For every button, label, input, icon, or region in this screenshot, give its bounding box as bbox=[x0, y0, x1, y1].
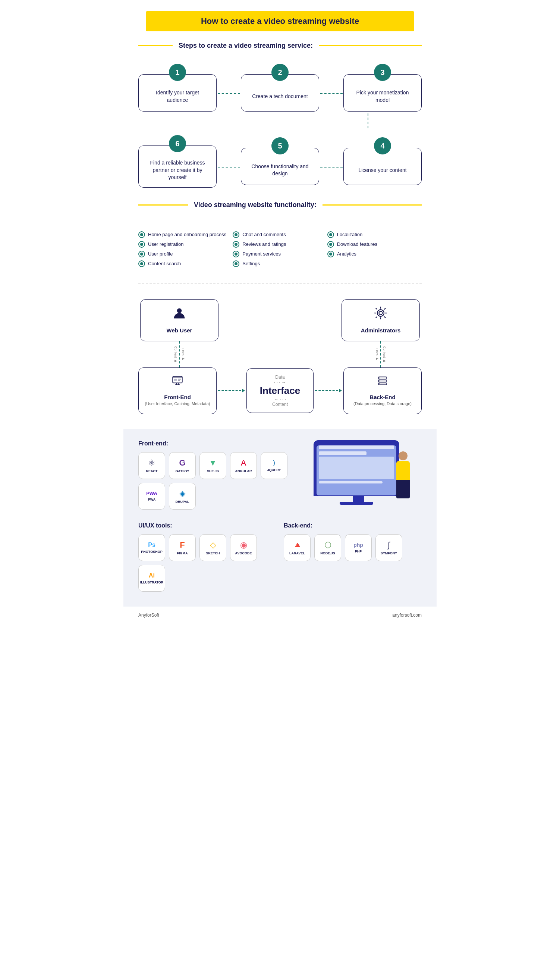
step-6-number: 6 bbox=[169, 135, 186, 152]
angular-label: ANGULAR bbox=[235, 469, 252, 473]
step-3-number: 3 bbox=[374, 64, 391, 81]
backend-sub-label: (Data processing, Data storage) bbox=[353, 401, 412, 407]
func-col-1: Home page and onboarding process User re… bbox=[138, 230, 233, 269]
func-dot-2-1 bbox=[233, 231, 239, 238]
func-col-2: Chat and comments Reviews and ratings Pa… bbox=[233, 230, 327, 269]
step-connector-2-3 bbox=[320, 93, 343, 94]
illustrator-icon: Ai bbox=[149, 572, 155, 579]
section-divider-func: Video streaming website functionality: bbox=[138, 201, 422, 209]
tech-icon-symfony: ∫ SYMFONY bbox=[375, 534, 402, 561]
avocode-icon: ◉ bbox=[240, 540, 247, 550]
laravel-label: LARAVEL bbox=[289, 551, 305, 555]
arch-row-2: Front-End (User Interface, Caching, Meta… bbox=[138, 367, 422, 414]
tech-icon-angular: A ANGULAR bbox=[230, 452, 257, 479]
backend-tech-title: Back-end: bbox=[284, 522, 422, 529]
monitor-bar-2 bbox=[319, 451, 367, 455]
svg-point-16 bbox=[380, 381, 380, 381]
vert-line-right bbox=[380, 341, 381, 367]
tech-icon-drupal: ◈ DRUPAL bbox=[169, 483, 196, 509]
symfony-label: SYMFONY bbox=[381, 551, 397, 555]
func-item-1-2: User registration bbox=[138, 239, 233, 249]
arch-col-right-top: Administrators bbox=[340, 299, 422, 341]
func-item-2-1: Chat and comments bbox=[233, 230, 327, 239]
arch-vert-connectors: Content ▶ Data ▶ Data ▶ Content ▶ bbox=[138, 341, 422, 367]
sketch-label: SKETCH bbox=[206, 551, 220, 555]
step-2-number: 2 bbox=[272, 64, 288, 81]
divider-line-right bbox=[319, 45, 422, 46]
administrators-box: Administrators bbox=[342, 299, 420, 341]
horiz-conn-left bbox=[217, 389, 247, 392]
interface-main-label: Interface bbox=[260, 385, 300, 397]
uiux-title: UI/UX tools: bbox=[138, 522, 276, 529]
backend-icon bbox=[377, 374, 388, 390]
drupal-label: DRUPAL bbox=[176, 500, 189, 504]
tech-icon-laravel: 🔺 LARAVEL bbox=[284, 534, 310, 561]
vuejs-icon: ▼ bbox=[209, 458, 217, 468]
content-vert-label-r: Content ▶ bbox=[383, 346, 386, 362]
step-connector-1-2 bbox=[218, 93, 240, 94]
drupal-icon: ◈ bbox=[179, 489, 186, 498]
react-icon: ⚛ bbox=[148, 458, 155, 468]
tech-icon-gatsby: G GATSBY bbox=[169, 452, 196, 479]
pwa-icon: PWA bbox=[146, 491, 157, 496]
footer-right: anyforsoft.com bbox=[392, 613, 422, 618]
tech-monitor-col bbox=[302, 440, 422, 515]
functionality-section: Home page and onboarding process User re… bbox=[123, 216, 437, 276]
frontend-label: Front-End bbox=[164, 393, 191, 401]
func-dot-1-2 bbox=[138, 241, 145, 248]
svg-point-0 bbox=[177, 308, 182, 313]
step-2: 2 Create a tech document bbox=[241, 57, 319, 112]
step-3: 3 Pick your monetization model bbox=[343, 57, 422, 112]
steps-row-1: 1 Identify your target audience 2 Create… bbox=[138, 57, 422, 112]
interface-content-label: Content bbox=[272, 402, 288, 407]
monitor-content-area bbox=[319, 457, 394, 479]
arch-row-1: Web User Administrators bbox=[138, 299, 422, 341]
web-user-box: Web User bbox=[140, 299, 218, 341]
photoshop-label: PHOTOSHOP bbox=[141, 550, 162, 554]
uiux-icons-row: Ps PHOTOSHOP F FIGMA ◇ SKETCH ◉ AVOCODE … bbox=[138, 534, 276, 592]
jquery-icon: ) bbox=[273, 459, 275, 467]
vert-conn-left: Content ▶ Data ▶ bbox=[138, 341, 220, 367]
person-body bbox=[396, 461, 410, 480]
tech-frontend-col: Front-end: ⚛ REACT G GATSBY ▼ VUE.JS A A… bbox=[138, 440, 302, 513]
func-dot-2-2 bbox=[233, 241, 239, 248]
vertical-connector bbox=[368, 114, 368, 129]
func-dot-3-3 bbox=[327, 251, 334, 257]
content-vert-label: Content ▶ bbox=[174, 346, 177, 362]
nodejs-icon: ⬡ bbox=[324, 540, 332, 550]
figma-icon: F bbox=[180, 540, 185, 550]
illustrator-label: ILLUSTRATOR bbox=[140, 581, 164, 584]
administrators-label: Administrators bbox=[361, 326, 401, 334]
vuejs-label: VUE.JS bbox=[207, 469, 219, 473]
pwa-label: PWA bbox=[148, 498, 156, 501]
tech-icon-php: php PHP bbox=[345, 534, 372, 561]
func-dot-2-3 bbox=[233, 251, 239, 257]
person-legs bbox=[396, 480, 410, 498]
user-icon bbox=[173, 306, 186, 324]
angular-icon: A bbox=[241, 458, 247, 468]
functionality-grid: Home page and onboarding process User re… bbox=[138, 230, 422, 269]
tech-icon-pwa: PWA PWA bbox=[138, 483, 165, 509]
monitor-illustration bbox=[310, 440, 414, 515]
tech-icon-jquery: ) JQUERY bbox=[261, 452, 287, 479]
svg-point-17 bbox=[380, 384, 380, 384]
sketch-icon: ◇ bbox=[210, 540, 216, 550]
php-label: PHP bbox=[355, 549, 362, 553]
steps-section-title: Steps to create a video streaming servic… bbox=[173, 42, 319, 50]
gatsby-icon: G bbox=[179, 458, 185, 468]
divider-line-left bbox=[138, 45, 173, 46]
arch-col-left-top: Web User bbox=[138, 299, 220, 341]
interface-box: Data · · · → Interface ← · · · Content bbox=[247, 368, 313, 413]
step-4: 4 License your content bbox=[343, 130, 422, 185]
tech-bottom-row: UI/UX tools: Ps PHOTOSHOP F FIGMA ◇ SKET… bbox=[138, 522, 422, 595]
func-section-title: Video streaming website functionality: bbox=[188, 201, 323, 209]
gatsby-label: GATSBY bbox=[176, 469, 189, 473]
func-item-1-4: Content search bbox=[138, 259, 233, 269]
backend-label: Back-End bbox=[370, 393, 395, 401]
web-user-label: Web User bbox=[167, 326, 192, 334]
func-dot-3-2 bbox=[327, 241, 334, 248]
tech-icon-illustrator: Ai ILLUSTRATOR bbox=[138, 565, 165, 592]
tech-section: Front-end: ⚛ REACT G GATSBY ▼ VUE.JS A A… bbox=[123, 429, 437, 606]
frontend-icons-row2: PWA PWA ◈ DRUPAL bbox=[138, 483, 302, 509]
backend-box: Back-End (Data processing, Data storage) bbox=[343, 367, 422, 414]
